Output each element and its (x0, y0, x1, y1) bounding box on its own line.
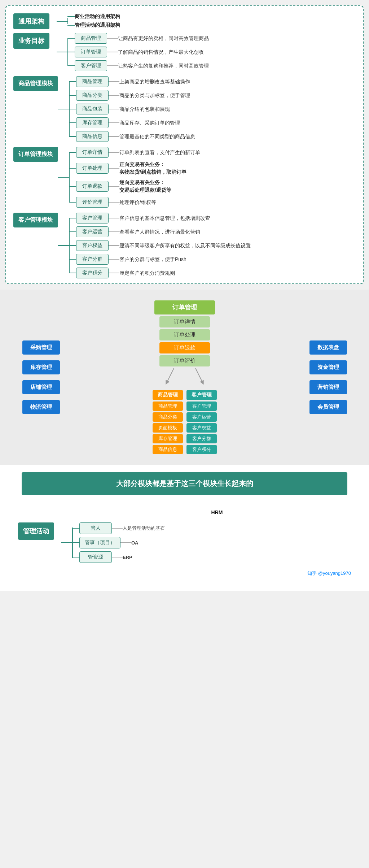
bc-affairs (120, 542, 131, 543)
branch-product-mgmt: 商品管理 让商品有更好的卖相，同时高效管理商品 (67, 33, 209, 44)
resources-right-text: ERP (123, 555, 132, 560)
affairs-right-text: OA (131, 540, 139, 546)
bd-pm-2: 商品的分类与加标签，便于管理 (119, 92, 190, 99)
bh-pm-5 (69, 136, 76, 137)
bh-people (72, 528, 79, 529)
branch-cm-1: 客户管理 客户信息的基本信息管理，包括增删改查 (69, 213, 251, 223)
diag-box-marketing: 营销管理 (309, 380, 347, 394)
bh-resources (72, 557, 79, 557)
bl-cm-4: 客户分群 (76, 254, 109, 265)
bh-cm-2 (69, 231, 76, 232)
bd-om-1: 订单列表的查看，支付产生的新订单 (119, 149, 200, 156)
center-order-mgmt: 订单管理 (154, 300, 215, 314)
branch-pm-2: 商品分类 商品的分类与加标签，便于管理 (69, 90, 195, 101)
bl-pm-2: 商品分类 (76, 90, 109, 101)
branch-desc-order: 了解商品的销售情况，产生最大化创收 (118, 48, 204, 56)
bl-om-3: 订单退款 (76, 181, 109, 192)
product-item-4: 商品信息 (153, 445, 183, 454)
bd-pm-3: 商品介绍的包装和展现 (119, 105, 170, 113)
branch-cm-5: 客户积分 厘定客户的积分消费规则 (69, 268, 251, 278)
branch-desc-customer: 让熟客产生的复购和推荐，同时高效管理 (118, 62, 209, 70)
bc-2 (107, 52, 118, 52)
diag-box-member: 会员管理 (309, 400, 347, 414)
branch-pm-3: 商品包装 商品介绍的包装和展现 (69, 104, 195, 114)
branch-pm-4: 库存管理 商品库存、采购订单的管理 (69, 117, 195, 128)
bh-3 (67, 65, 75, 66)
branch-row-mgmt-arch: 管理活动的通用架构 (67, 22, 120, 29)
branch-cm-2: 客户运营 查看客户人群情况，进行场景化营销 (69, 226, 251, 237)
bc-resources (112, 557, 123, 557)
customer-item-1: 客户运营 (186, 412, 217, 422)
bh-om-1 (69, 152, 76, 153)
bc-cm-3 (109, 245, 119, 246)
bd-pm-1: 上架商品的增删改查等基础操作 (119, 78, 190, 86)
customer-item-0: 客户管理 (186, 402, 217, 411)
bh-affairs (72, 542, 79, 543)
bc-pm-4 (109, 122, 119, 123)
center-order-process: 订单处理 (159, 329, 210, 340)
bd-cm-1: 客户信息的基本信息管理，包括增删改查 (119, 214, 210, 222)
product-item-3: 库存管理 (153, 434, 183, 443)
branches-biz-target: 商品管理 让商品有更好的卖相，同时高效管理商品 订单管理 了解商品的销售情况，产… (67, 33, 209, 71)
center-order-detail: 订单详情 (159, 316, 210, 327)
main-label-order-module: 订单管理模块 (13, 147, 58, 162)
branch-pm-5: 商品信息 管理最基础的不同类型的商品信息 (69, 131, 195, 142)
branch-affairs: 管事（项目） OA (72, 537, 165, 548)
bc-cm-2 (109, 231, 119, 232)
group-general-arch: 通用架构 商业活动的通用架构 管理活动的通用架构 (13, 13, 356, 29)
bc-pm-3 (109, 109, 119, 109)
bc-om-2 (109, 168, 119, 169)
bl-people: 管人 (79, 522, 112, 534)
main-label-general-arch: 通用架构 (13, 13, 49, 29)
bd-om-3: 逆向交易有关业务：交易后处理退款/退货等 (119, 179, 171, 194)
branch-om-3: 订单退款 逆向交易有关业务：交易后处理退款/退货等 (69, 179, 200, 194)
branch-resources: 管资源 ERP (72, 551, 165, 563)
group-order-module: 订单管理模块 订单详情 订单列表的查看，支付产生的新订单 订单处理 正向交易有关… (13, 147, 356, 208)
connector-customer-module (58, 245, 69, 246)
bl-om-2: 订单处理 (76, 163, 109, 174)
bh-pm-3 (69, 109, 76, 109)
center-order-refund: 订单退款 (159, 342, 210, 353)
bh-pm-4 (69, 122, 76, 123)
svg-line-0 (167, 368, 174, 383)
branch-text-biz-arch: 商业活动的通用架构 (75, 13, 120, 20)
bh-1 (67, 38, 75, 39)
zhihu-credit: 知乎 @youyang1970 (7, 570, 362, 577)
bh-pm-1 (69, 81, 76, 82)
bc-3 (107, 65, 118, 66)
bc-1 (107, 38, 118, 39)
center-order-review: 订单评价 (159, 355, 210, 366)
bh-cm-5 (69, 273, 76, 273)
bl-pm-3: 商品包装 (76, 104, 109, 114)
top-branches-general: 商业活动的通用架构 管理活动的通用架构 (67, 13, 120, 29)
bd-om-4: 处理评价/维权等 (119, 199, 156, 206)
branch-people: 管人 人是管理活动的基石 (72, 522, 165, 534)
label-col-order-module: 订单管理模块 (13, 147, 58, 162)
branch-cm-3: 客户权益 厘清不同等级客户所享有的权益，以及不同等级成长值设置 (69, 240, 251, 251)
diag-box-purchase: 采购管理 (22, 340, 60, 355)
bd-cm-5: 厘定客户的积分消费规则 (119, 269, 175, 277)
bl-resources: 管资源 (79, 551, 112, 563)
bd-cm-2: 查看客户人群情况，进行场景化营销 (119, 228, 200, 236)
main-label-mgmt-activity: 管理活动 (18, 522, 54, 540)
product-group-title: 商品管理 (153, 390, 183, 400)
hrm-top-label: HRM (7, 509, 362, 515)
connector-biz-target (57, 52, 67, 52)
customer-item-3: 客户分群 (186, 434, 217, 443)
branch-cm-4: 客户分群 客户的分群与标签，便于Push (69, 254, 251, 265)
label-col-customer-module: 客户管理模块 (13, 213, 58, 227)
section-diagram: 采购管理 库存管理 店铺管理 物流管理 订单管理 订单详情 订单处理 订单退款 … (0, 290, 369, 465)
bl-cm-2: 客户运营 (76, 226, 109, 237)
main-label-customer-module: 客户管理模块 (13, 213, 58, 227)
bd-cm-3: 厘清不同等级客户所享有的权益，以及不同等级成长值设置 (119, 242, 251, 249)
group-customer-module: 客户管理模块 客户管理 客户信息的基本信息管理，包括增删改查 客户运营 查看客户… (13, 213, 356, 278)
diag-box-finance: 资金管理 (309, 360, 347, 374)
main-label-biz-target: 业务目标 (13, 33, 49, 49)
diag-box-logistics: 物流管理 (22, 400, 60, 414)
bl-om-1: 订单详情 (76, 147, 109, 158)
connector-order-module (58, 177, 69, 178)
bh-cm-3 (69, 245, 76, 246)
branch-h-2 (67, 25, 75, 26)
bc-cm-4 (109, 259, 119, 260)
branch-h-1 (67, 16, 75, 17)
